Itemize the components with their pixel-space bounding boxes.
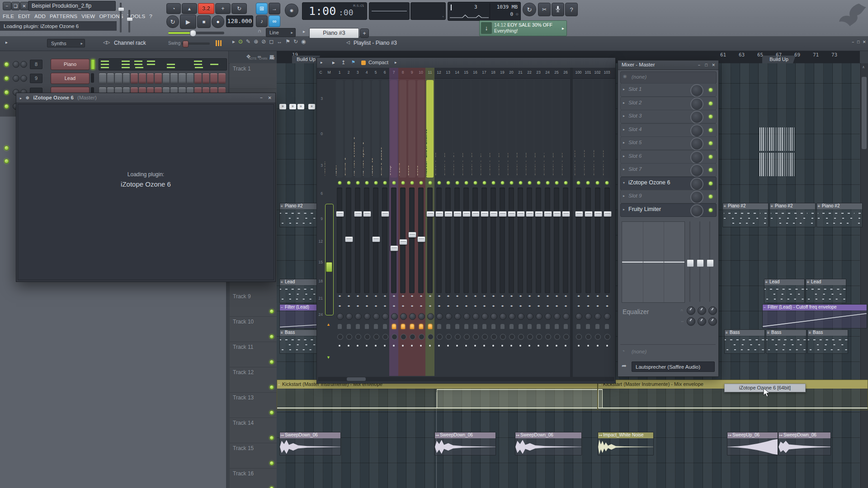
effect-slot-2[interactable]: ▸Slot 2 <box>620 97 717 110</box>
mixer-strip-3[interactable]: Hi-Hat Closed 1 <box>354 80 361 178</box>
stereo-sep-icon[interactable]: ◂▸ <box>434 294 443 298</box>
strip-fader[interactable] <box>337 188 342 293</box>
step-cell[interactable] <box>146 73 155 84</box>
pattern-clip[interactable]: ≡Bass <box>724 329 765 354</box>
plugin-delay-icon[interactable] <box>419 334 425 340</box>
panel-restore-icon[interactable]: □ <box>705 61 708 70</box>
note-burst-clip[interactable] <box>760 153 796 176</box>
delete-icon[interactable]: ⊘ <box>261 38 266 45</box>
slice-tool-icon[interactable]: ✂ <box>538 3 551 16</box>
sample-clip[interactable]: ↦SweepUp_06 <box>727 432 778 455</box>
record-arm-lamp[interactable] <box>347 324 351 329</box>
strip-number[interactable]: 20 <box>507 70 516 75</box>
track-led[interactable] <box>269 486 274 488</box>
channel-mute-slot[interactable] <box>91 59 95 70</box>
zoom-icon[interactable]: ◉ <box>301 38 306 45</box>
pan-knob[interactable] <box>346 313 353 320</box>
strip-fader[interactable] <box>554 188 559 293</box>
flag-icon[interactable]: ⚑ <box>285 38 290 45</box>
track-row-track-9[interactable]: Track 9 <box>230 291 277 317</box>
swap-channels-icon[interactable]: ◂▸ <box>443 304 453 308</box>
pan-knob[interactable] <box>364 313 371 320</box>
plugin-delay-icon[interactable] <box>455 334 461 340</box>
stereo-sep-icon[interactable]: ◂▸ <box>516 294 525 298</box>
slot-mix-knob[interactable] <box>690 191 703 204</box>
strip-number[interactable]: 15 <box>462 70 471 75</box>
strip-led[interactable] <box>465 181 468 184</box>
mixer-strip-1[interactable]: Kick <box>336 80 343 178</box>
step-cell[interactable] <box>154 73 162 84</box>
strip-led[interactable] <box>474 181 477 184</box>
effect-slot-8[interactable]: ▾iZotope Ozone 6 <box>620 177 717 190</box>
swap-channels-icon[interactable]: ◂▸ <box>362 304 371 308</box>
pan-knob[interactable] <box>491 313 497 320</box>
effect-slot-7[interactable]: ▸Slot 7 <box>620 163 717 177</box>
strip-fader-handle[interactable] <box>544 211 552 217</box>
panel-minimize-icon[interactable]: − <box>698 61 700 70</box>
strip-fader[interactable] <box>382 188 387 293</box>
strip-fader[interactable] <box>545 188 550 293</box>
strip-fader-handle[interactable] <box>594 211 602 217</box>
record-arm-lamp[interactable] <box>437 324 441 329</box>
strip-fader-handle[interactable] <box>426 211 434 217</box>
strip-number[interactable]: 2 <box>344 70 353 75</box>
step-cell[interactable] <box>170 73 178 84</box>
slot-enable-led[interactable] <box>709 195 712 198</box>
stereo-sep-icon[interactable]: ◂▸ <box>425 294 434 298</box>
strip-fader-handle[interactable] <box>604 211 612 217</box>
slot-arrow-icon[interactable]: ▸ <box>623 207 625 211</box>
stereo-sep-icon[interactable]: ◂▸ <box>398 294 407 298</box>
strip-fader[interactable] <box>427 188 433 293</box>
strip-led[interactable] <box>420 181 423 184</box>
swap-channels-icon[interactable]: ◂▸ <box>583 304 593 308</box>
pan-knob[interactable] <box>554 313 561 320</box>
strip-number[interactable]: 5 <box>371 70 380 75</box>
record-arm-lamp[interactable] <box>576 324 580 329</box>
plugin-delay-icon[interactable] <box>464 334 470 340</box>
slot-enable-led[interactable] <box>709 155 712 159</box>
pl-minimize-icon[interactable]: − <box>852 40 854 44</box>
stereo-sep-icon[interactable]: ◂▸ <box>561 294 570 298</box>
mixer-strip-19[interactable]: Insert 19 <box>499 80 506 178</box>
plugin-delay-icon[interactable] <box>428 334 434 340</box>
plugin-delay-icon[interactable] <box>595 334 601 340</box>
strip-number[interactable]: 3 <box>353 70 362 75</box>
swap-channels-icon[interactable]: ◂▸ <box>574 304 583 308</box>
effect-slot-5[interactable]: ▸Slot 5 <box>620 136 717 150</box>
pan-knob[interactable] <box>391 313 398 320</box>
strip-fader[interactable] <box>527 188 532 293</box>
sample-clip[interactable]: ↦SweepDown_06 <box>778 432 831 455</box>
precount-icon[interactable]: ◔ <box>166 3 181 14</box>
plugin-delay-icon[interactable] <box>446 334 452 340</box>
strip-led[interactable] <box>564 181 567 184</box>
stereo-sep-icon[interactable]: ◂▸ <box>443 294 453 298</box>
strip-fader-handle[interactable] <box>372 236 380 242</box>
mixer-dock-icon[interactable]: ↥ <box>341 60 345 66</box>
plugin-delay-icon[interactable] <box>410 334 415 340</box>
add-pattern-button[interactable]: + <box>360 28 369 38</box>
sample-clip[interactable]: ↦SweepDown_06 <box>515 432 582 455</box>
effect-slot-3[interactable]: ▸Slot 3 <box>620 110 717 123</box>
pan-knob[interactable] <box>454 313 461 320</box>
strip-number[interactable]: 16 <box>471 70 480 75</box>
plugin-delay-icon[interactable] <box>346 334 352 340</box>
mixer-strip-102[interactable]: Insert 102 <box>594 80 601 178</box>
strip-number[interactable]: 6 <box>380 70 389 75</box>
record-arm-lamp[interactable] <box>392 324 396 329</box>
track-row-track-12[interactable]: Track 12 <box>230 367 277 393</box>
stereo-sep-icon[interactable]: ◂▸ <box>552 294 561 298</box>
stereo-sep-icon[interactable]: ◂▸ <box>534 294 543 298</box>
strip-led[interactable] <box>537 181 540 184</box>
record-arm-lamp[interactable] <box>338 324 342 329</box>
pan-knob[interactable] <box>418 313 425 320</box>
record-arm-lamp[interactable] <box>428 324 432 329</box>
menu-file[interactable]: FILE <box>3 13 14 20</box>
swap-channels-icon[interactable]: ◂▸ <box>353 304 362 308</box>
plugin-close-icon[interactable]: ✕ <box>268 94 272 103</box>
pattern-clip[interactable]: ≡Piano #2 <box>816 203 863 227</box>
plugin-menu-icon[interactable]: ▸ <box>20 96 22 100</box>
plugin-delay-icon[interactable] <box>554 334 560 340</box>
record-arm-lamp[interactable] <box>564 324 568 329</box>
strip-led[interactable] <box>365 181 368 184</box>
strip-led[interactable] <box>410 181 414 184</box>
